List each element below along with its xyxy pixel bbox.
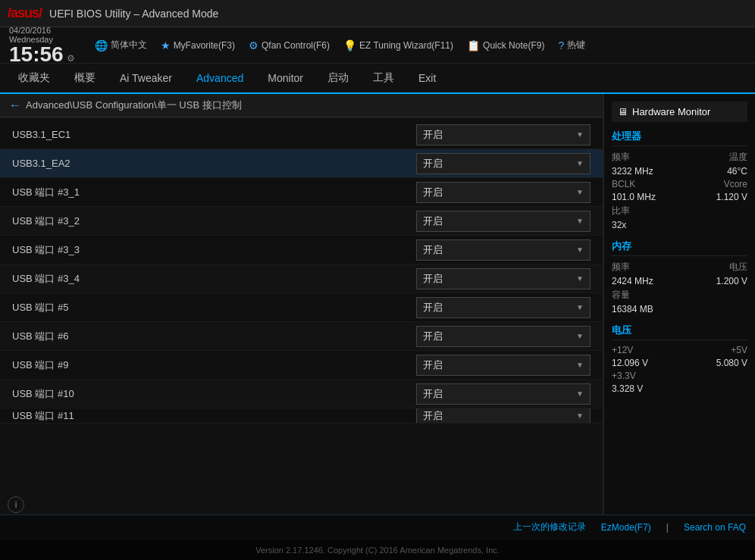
setting-label: USB 端口 #3_2 bbox=[12, 214, 416, 228]
v33-value-row: 3.328 V bbox=[612, 383, 747, 394]
setting-row: USB 端口 #3_1开启▼ bbox=[0, 178, 603, 207]
mem-capacity-label: 容量 bbox=[612, 289, 630, 302]
info-button[interactable]: i bbox=[8, 496, 24, 513]
nav-monitor[interactable]: Monitor bbox=[255, 63, 315, 93]
separator: | bbox=[666, 522, 669, 533]
content-area: ← Advanced\USB Configuration\单一 USB 接口控制… bbox=[0, 94, 603, 515]
freq-label: 频率 bbox=[612, 151, 630, 164]
setting-label: USB 端口 #3_1 bbox=[12, 186, 416, 199]
setting-label: USB 端口 #11 bbox=[12, 409, 416, 423]
search-faq-item[interactable]: Search on FAQ bbox=[684, 522, 746, 533]
mem-freq-label-row: 频率 电压 bbox=[612, 261, 747, 274]
setting-dropdown[interactable]: 开启▼ bbox=[416, 355, 591, 376]
setting-row: USB 端口 #3_4开启▼ bbox=[0, 264, 603, 293]
freq-value: 3232 MHz bbox=[612, 166, 653, 177]
setting-control: 开启▼ bbox=[416, 268, 591, 289]
header-bar: /asus/ UEFI BIOS Utility – Advanced Mode bbox=[0, 0, 755, 27]
hotkey-icon: ? bbox=[558, 39, 564, 52]
setting-dropdown[interactable]: 开启▼ bbox=[416, 124, 591, 145]
toolbar-lang[interactable]: 🌐 简体中文 bbox=[95, 39, 147, 52]
sidebar-title: 🖥 Hardware Monitor bbox=[612, 102, 747, 122]
setting-dropdown[interactable]: 开启▼ bbox=[416, 297, 591, 318]
setting-row: USB 端口 #3_2开启▼ bbox=[0, 207, 603, 236]
setting-dropdown[interactable]: 开启▼ bbox=[416, 408, 591, 424]
date-text: 04/20/2016 Wednesday bbox=[9, 26, 75, 44]
nav-exit[interactable]: Exit bbox=[406, 63, 448, 93]
setting-label: USB 端口 #3_3 bbox=[12, 243, 416, 257]
last-save-item[interactable]: 上一次的修改记录 bbox=[513, 521, 586, 533]
setting-dropdown[interactable]: 开启▼ bbox=[416, 239, 591, 261]
temp-value: 46°C bbox=[727, 166, 747, 177]
bottom-bar: 上一次的修改记录 EzMode(F7) | Search on FAQ bbox=[0, 515, 755, 539]
setting-label: USB 端口 #10 bbox=[12, 387, 416, 401]
memory-section: 内存 频率 电压 2424 MHz 1.200 V 容量 16384 MB bbox=[612, 239, 747, 314]
setting-dropdown[interactable]: 开启▼ bbox=[416, 182, 591, 203]
bclk-value-row: 101.0 MHz 1.120 V bbox=[612, 192, 747, 202]
toolbar-qfan[interactable]: ⚙ Qfan Control(F6) bbox=[249, 39, 330, 52]
toolbar-myfavorite[interactable]: ★ MyFavorite(F3) bbox=[161, 39, 235, 52]
dropdown-arrow-icon: ▼ bbox=[576, 389, 584, 398]
nav-favorites[interactable]: 收藏夹 bbox=[6, 63, 62, 93]
ratio-value: 32x bbox=[612, 220, 626, 230]
setting-label: USB 端口 #5 bbox=[12, 301, 416, 314]
sidebar: 🖥 Hardware Monitor 处理器 频率 温度 3232 MHz 46… bbox=[603, 94, 755, 515]
toolbar-ez-tuning[interactable]: 💡 EZ Tuning Wizard(F11) bbox=[343, 39, 453, 52]
mem-capacity-value-row: 16384 MB bbox=[612, 304, 747, 314]
globe-icon: 🌐 bbox=[95, 39, 108, 52]
toolbar-items: 🌐 简体中文 ★ MyFavorite(F3) ⚙ Qfan Control(F… bbox=[95, 39, 746, 52]
bclk-label: BCLK bbox=[612, 179, 635, 189]
nav-advanced[interactable]: Advanced bbox=[184, 64, 255, 94]
footer-text: Version 2.17.1246. Copyright (C) 2016 Am… bbox=[255, 546, 500, 555]
setting-label: USB 端口 #6 bbox=[12, 330, 416, 343]
nav-boot[interactable]: 启动 bbox=[315, 63, 361, 93]
setting-control: 开启▼ bbox=[416, 297, 591, 318]
bios-title: UEFI BIOS Utility – Advanced Mode bbox=[49, 8, 218, 20]
freq-row: 频率 温度 bbox=[612, 151, 747, 164]
nav-tools[interactable]: 工具 bbox=[361, 63, 406, 93]
temp-label: 温度 bbox=[729, 151, 747, 164]
toolbar-hotkey[interactable]: ? 热键 bbox=[558, 39, 585, 52]
v33-label: +3.3V bbox=[612, 371, 636, 381]
mem-capacity-label-row: 容量 bbox=[612, 289, 747, 302]
setting-dropdown[interactable]: 开启▼ bbox=[416, 211, 591, 232]
mem-freq-label: 频率 bbox=[612, 261, 630, 274]
nav-ai-tweaker[interactable]: Ai Tweaker bbox=[108, 63, 184, 93]
bulb-icon: 💡 bbox=[343, 39, 356, 52]
fan-icon: ⚙ bbox=[249, 39, 258, 52]
setting-row: USB 端口 #5开启▼ bbox=[0, 293, 603, 322]
mem-freq-value: 2424 MHz bbox=[612, 276, 653, 286]
setting-row: USB 端口 #3_3开启▼ bbox=[0, 236, 603, 264]
dropdown-arrow-icon: ▼ bbox=[576, 411, 584, 420]
setting-control: 开启▼ bbox=[416, 239, 591, 261]
v12-label-row: +12V +5V bbox=[612, 345, 747, 355]
setting-dropdown[interactable]: 开启▼ bbox=[416, 383, 591, 405]
dropdown-arrow-icon: ▼ bbox=[576, 274, 584, 283]
setting-dropdown[interactable]: 开启▼ bbox=[416, 326, 591, 347]
toolbar-quicknote[interactable]: 📋 Quick Note(F9) bbox=[467, 39, 544, 52]
ratio-value-row: 32x bbox=[612, 220, 747, 230]
memory-section-title: 内存 bbox=[612, 239, 747, 256]
breadcrumb-bar[interactable]: ← Advanced\USB Configuration\单一 USB 接口控制 bbox=[0, 94, 603, 117]
back-arrow-icon[interactable]: ← bbox=[9, 99, 21, 112]
v12-label: +12V bbox=[612, 345, 633, 355]
setting-dropdown[interactable]: 开启▼ bbox=[416, 153, 591, 174]
setting-row: USB 端口 #6开启▼ bbox=[0, 322, 603, 351]
setting-control: 开启▼ bbox=[416, 211, 591, 232]
nav-overview[interactable]: 概要 bbox=[62, 63, 108, 93]
setting-control: 开启▼ bbox=[416, 182, 591, 203]
breadcrumb-text: Advanced\USB Configuration\单一 USB 接口控制 bbox=[26, 99, 242, 112]
setting-control: 开启▼ bbox=[416, 383, 591, 405]
processor-section: 处理器 频率 温度 3232 MHz 46°C BCLK Vcore 101.0… bbox=[612, 130, 747, 230]
gear-icon[interactable]: ⚙ bbox=[67, 53, 75, 64]
dropdown-arrow-icon: ▼ bbox=[576, 246, 584, 254]
mem-freq-value-row: 2424 MHz 1.200 V bbox=[612, 276, 747, 286]
setting-row: USB 端口 #11开启▼ bbox=[0, 408, 603, 424]
setting-label: USB3.1_EA2 bbox=[12, 158, 416, 169]
dropdown-arrow-icon: ▼ bbox=[576, 130, 584, 139]
ratio-label: 比率 bbox=[612, 205, 630, 217]
asus-logo: /asus/ bbox=[8, 5, 42, 21]
ratio-label-row: 比率 bbox=[612, 205, 747, 217]
ez-mode-item[interactable]: EzMode(F7) bbox=[601, 522, 651, 533]
dropdown-arrow-icon: ▼ bbox=[576, 332, 584, 340]
setting-dropdown[interactable]: 开启▼ bbox=[416, 268, 591, 289]
